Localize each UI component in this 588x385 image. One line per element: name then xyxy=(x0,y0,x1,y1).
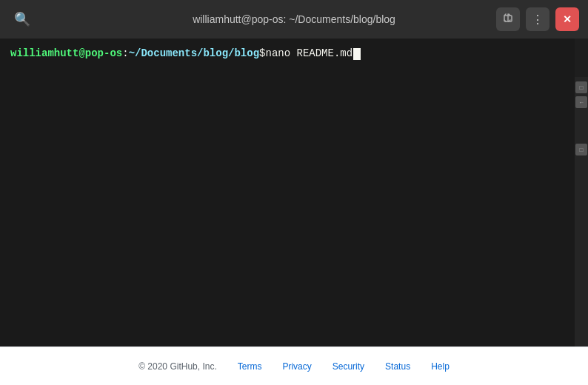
terminal-prompt-line: williamhutt@pop-os : ~/Documents/blog/bl… xyxy=(10,46,564,61)
footer-link-privacy[interactable]: Privacy xyxy=(282,361,311,372)
close-icon: ✕ xyxy=(563,13,572,25)
menu-icon: ⋮ xyxy=(532,13,544,27)
sidebar-icon-1[interactable]: □ xyxy=(575,81,587,93)
terminal-content[interactable]: williamhutt@pop-os : ~/Documents/blog/bl… xyxy=(0,38,575,346)
terminal-window: 🔍 williamhutt@pop-os: ~/Documents/blog/b… xyxy=(0,0,588,346)
terminal-sidebar: □ ← □ xyxy=(575,77,588,346)
footer: © 2020 GitHub, Inc. Terms Privacy Securi… xyxy=(0,346,588,385)
prompt-username: williamhutt@pop-os xyxy=(10,46,122,61)
prompt-dollar: $ xyxy=(259,46,265,61)
sidebar-icon-2[interactable]: ← xyxy=(575,96,587,108)
terminal-title: williamhutt@pop-os: ~/Documents/blog/blo… xyxy=(193,13,395,25)
footer-link-status[interactable]: Status xyxy=(385,361,410,372)
close-button[interactable]: ✕ xyxy=(555,7,579,31)
prompt-path: ~/Documents/blog/blog xyxy=(129,46,259,61)
menu-button[interactable]: ⋮ xyxy=(526,7,549,31)
prompt-colon: : xyxy=(122,46,128,61)
sidebar-icon-3[interactable]: □ xyxy=(575,144,587,155)
add-icon xyxy=(503,13,513,26)
footer-link-help[interactable]: Help xyxy=(431,361,450,372)
cursor xyxy=(353,48,361,60)
search-icon: 🔍 xyxy=(14,11,30,27)
footer-link-security[interactable]: Security xyxy=(333,361,364,372)
terminal-titlebar: 🔍 williamhutt@pop-os: ~/Documents/blog/b… xyxy=(0,0,588,38)
add-tab-button[interactable] xyxy=(496,7,520,31)
footer-link-terms[interactable]: Terms xyxy=(238,361,262,372)
search-button[interactable]: 🔍 xyxy=(9,6,36,33)
titlebar-left: 🔍 xyxy=(9,6,36,33)
prompt-command: nano README.md xyxy=(265,46,353,61)
copyright-text: © 2020 GitHub, Inc. xyxy=(138,361,217,372)
titlebar-right: ⋮ ✕ xyxy=(496,7,579,31)
